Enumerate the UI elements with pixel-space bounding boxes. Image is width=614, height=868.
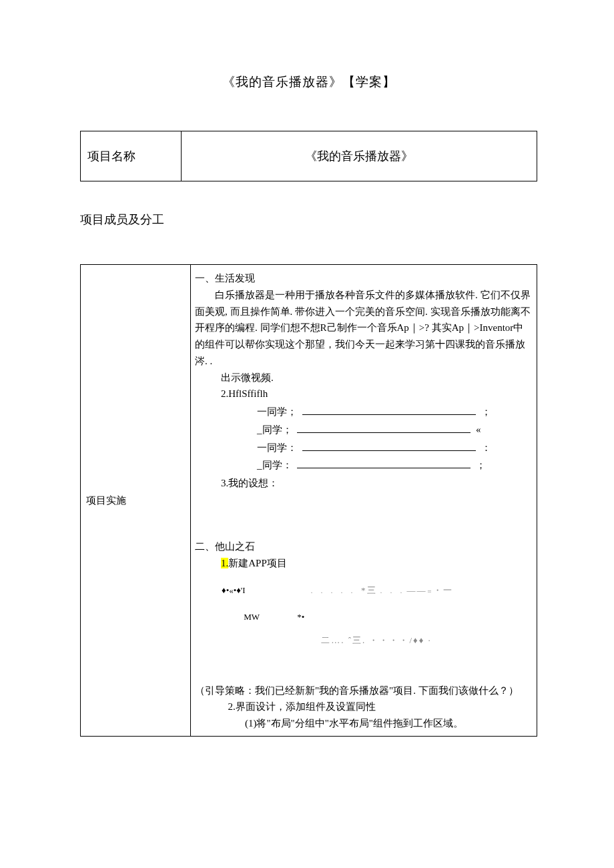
project-name-label: 项目名称	[81, 131, 182, 181]
student3-end: ：	[481, 442, 491, 453]
student3-label: 一同学：	[257, 442, 297, 453]
student-line-2: _同学； «	[195, 422, 531, 438]
blank-line[interactable]	[302, 406, 476, 416]
blank-line[interactable]	[297, 459, 471, 469]
student2-end: «	[476, 424, 481, 435]
student2-label: _同学；	[257, 424, 292, 435]
project-name-value: 《我的音乐播放器》	[182, 131, 537, 181]
show-video-text: 出示微视频.	[195, 370, 531, 386]
implementation-content: 一、生活发现 白乐播放器是一种用于播放各种音乐文件的多媒体播放软件. 它们不仅界…	[191, 265, 537, 737]
guide-strategy-text: （引导策略：我们已经新新"我的音乐播放器"项目. 下面我们该做什么？）	[195, 683, 531, 699]
section2-heading: 二、他山之石	[195, 538, 531, 555]
student1-end: ；	[481, 406, 491, 417]
section2-step1: 1.新建APP项目	[195, 555, 531, 572]
figure-text-b-right: *•	[297, 612, 304, 622]
figure-text-b-left: MW	[244, 612, 260, 622]
figure-text-mid: ﹒﹒﹒﹒﹒ *三﹒﹒﹒——₌・一	[308, 585, 453, 595]
members-heading: 项目成员及分工	[80, 211, 537, 228]
section1-heading: 一、生活发现	[195, 270, 531, 287]
student4-end: ；	[476, 460, 486, 470]
blank-line[interactable]	[297, 423, 471, 433]
step1-text: 新建APP项目	[228, 558, 287, 568]
implementation-table: 项目实施 一、生活发现 白乐播放器是一种用于播放各种音乐文件的多媒体播放软件. …	[80, 264, 537, 737]
student-line-4: _同学： ；	[195, 457, 531, 474]
figure-placeholder: ♦•«•♦'I ﹒﹒﹒﹒﹒ *三﹒﹒﹒——₌・一 MW *• 二…. ˆ三. ・…	[195, 571, 531, 670]
implementation-label: 项目实施	[81, 265, 191, 737]
section1-item2: 2.HflSffiflh	[195, 386, 531, 402]
student4-label: _同学：	[257, 460, 292, 470]
student-line-1: 一同学； ；	[195, 404, 531, 420]
figure-text-a: ♦•«•♦'I	[222, 585, 246, 595]
project-name-table: 项目名称 《我的音乐播放器》	[80, 131, 537, 181]
student-line-3: 一同学： ：	[195, 440, 531, 456]
blank-line[interactable]	[302, 441, 476, 451]
section2-step2-sub1: (1)将"布局"分组中"水平布局"组件拖到工作区域。	[195, 715, 531, 732]
section1-item3: 3.我的设想：	[195, 475, 531, 492]
figure-text-c: 二…. ˆ三. ・・・・/♦♦ ·	[222, 633, 531, 647]
student1-label: 一同学；	[257, 406, 297, 417]
section1-paragraph: 白乐播放器是一种用于播放各种音乐文件的多媒体播放软件. 它们不仅界面美观, 而且…	[195, 287, 531, 370]
step1-number-highlight: 1.	[221, 558, 228, 568]
document-title: 《我的音乐播放器》【学案】	[80, 73, 537, 91]
section2-step2: 2.界面设计，添加组件及设置同性	[195, 699, 531, 715]
